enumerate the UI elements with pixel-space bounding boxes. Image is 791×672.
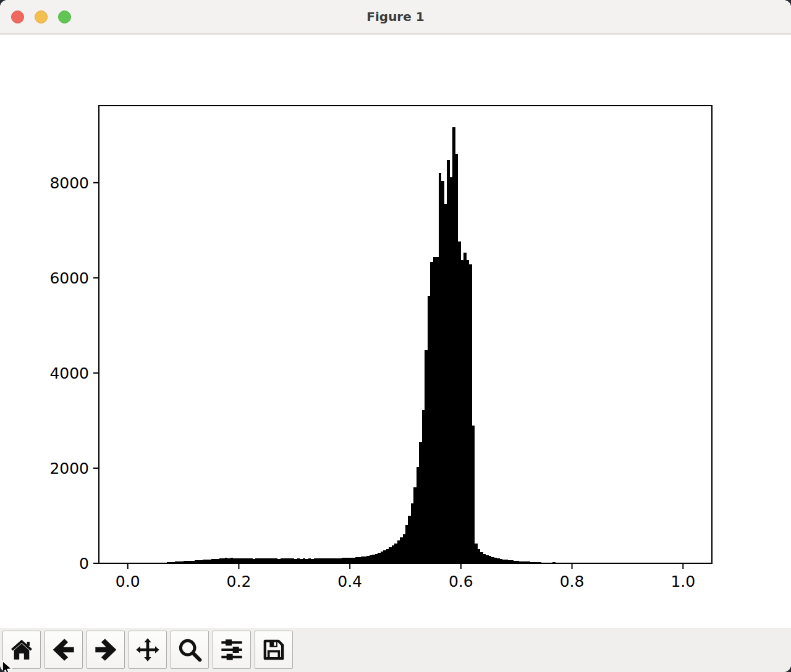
histogram-bar <box>366 556 369 563</box>
histogram-bar <box>355 557 358 563</box>
histogram-bar <box>253 559 255 563</box>
histogram-bar <box>467 260 469 563</box>
histogram-bar <box>303 558 305 563</box>
histogram-bar <box>214 559 216 563</box>
histogram-bar <box>450 177 452 563</box>
histogram-bar <box>425 350 427 563</box>
histogram-bar <box>322 558 324 563</box>
histogram-bar <box>480 552 483 563</box>
sliders-icon <box>219 637 244 662</box>
toolbar-button-home[interactable] <box>2 631 41 669</box>
axes-box <box>99 106 712 563</box>
histogram-bar <box>483 554 486 563</box>
toolbar-button-zoom[interactable] <box>171 631 209 669</box>
histogram-bar <box>358 557 361 563</box>
histogram-bar <box>277 559 280 563</box>
histogram-bar <box>430 262 433 563</box>
histogram-bar <box>316 558 319 563</box>
arrow-right-icon <box>93 637 118 662</box>
window-titlebar: Figure 1 <box>0 0 791 35</box>
histogram-bar <box>227 558 230 563</box>
histogram-bar <box>339 558 341 563</box>
histogram-bar <box>494 558 497 563</box>
histogram-bar <box>242 558 244 563</box>
histogram-bar <box>261 558 263 563</box>
histogram-bar <box>394 544 397 563</box>
histogram-bar <box>281 558 283 563</box>
histogram-bar <box>463 253 466 563</box>
histogram-bar <box>403 534 405 563</box>
arrow-left-icon <box>51 637 76 662</box>
histogram-bar <box>311 559 313 563</box>
histogram-bar <box>258 558 261 563</box>
histogram-bar <box>370 555 372 563</box>
histogram-bar <box>236 558 239 563</box>
histogram-bar <box>219 558 222 563</box>
y-tick-label: 4000 <box>49 364 89 382</box>
figure-window: Figure 1 0.00.20.40.60.81.00200040006000… <box>0 0 791 672</box>
histogram-bar <box>239 558 241 563</box>
histogram-bar <box>308 558 311 563</box>
histogram-bar <box>331 558 333 563</box>
histogram-bar <box>255 558 258 563</box>
histogram-bar <box>419 442 421 563</box>
histogram-bar <box>439 173 441 563</box>
histogram-bar <box>361 556 363 563</box>
toolbar-button-configure-subplots[interactable] <box>213 631 251 669</box>
histogram-bar <box>250 558 252 563</box>
toolbar-button-pan[interactable] <box>129 631 167 669</box>
histogram-bar <box>300 559 302 563</box>
histogram-bar <box>275 558 277 563</box>
histogram-bar <box>289 558 291 563</box>
histogram-bars <box>156 127 575 563</box>
histogram-bar <box>372 555 374 563</box>
histogram-bar <box>500 559 502 563</box>
histogram-bar <box>452 127 455 563</box>
histogram-bar <box>489 556 491 563</box>
x-tick-label: 0.4 <box>337 573 362 590</box>
histogram-bar <box>286 558 289 563</box>
histogram-bar <box>408 516 410 563</box>
histogram-bar <box>364 556 366 563</box>
histogram-bar <box>383 550 386 563</box>
histogram-bar <box>405 525 408 563</box>
histogram-bar <box>269 558 272 563</box>
histogram-bar <box>305 559 308 563</box>
histogram-bar <box>386 549 389 563</box>
histogram-bar <box>328 558 330 563</box>
histogram-bar <box>411 503 413 563</box>
histogram-bar <box>297 558 300 563</box>
histogram-bar <box>422 410 425 563</box>
histogram-bar <box>342 558 344 563</box>
x-tick-label: 1.0 <box>670 573 695 590</box>
toolbar-button-save[interactable] <box>255 631 293 669</box>
histogram-bar <box>417 467 419 563</box>
histogram-bar <box>325 558 328 563</box>
histogram-bar <box>478 549 480 563</box>
figure-canvas[interactable]: 0.00.20.40.60.81.002000400060008000 <box>0 35 791 628</box>
histogram-bar <box>458 242 460 563</box>
histogram-bar <box>491 557 494 563</box>
histogram-bar <box>400 537 402 563</box>
histogram-bar <box>333 558 336 563</box>
histogram-bar <box>433 257 436 563</box>
toolbar-button-forward[interactable] <box>87 631 125 669</box>
home-icon <box>9 637 34 662</box>
x-tick-label: 0.0 <box>116 573 140 590</box>
navigation-toolbar <box>0 628 791 672</box>
histogram-bar <box>344 558 347 563</box>
histogram-bar <box>441 181 444 563</box>
toolbar-button-back[interactable] <box>44 631 83 669</box>
window-title: Figure 1 <box>0 0 791 33</box>
histogram-bar <box>397 540 400 563</box>
histogram-bar <box>447 160 449 563</box>
histogram-bar <box>336 558 339 563</box>
histogram-bar <box>486 555 488 563</box>
histogram-bar <box>444 204 447 563</box>
histogram-bar <box>347 558 350 563</box>
histogram-bar <box>266 558 269 563</box>
histogram-bar <box>244 558 247 563</box>
histogram-bar <box>475 544 477 563</box>
histogram-bar <box>472 426 475 563</box>
histogram-bar <box>389 547 391 563</box>
